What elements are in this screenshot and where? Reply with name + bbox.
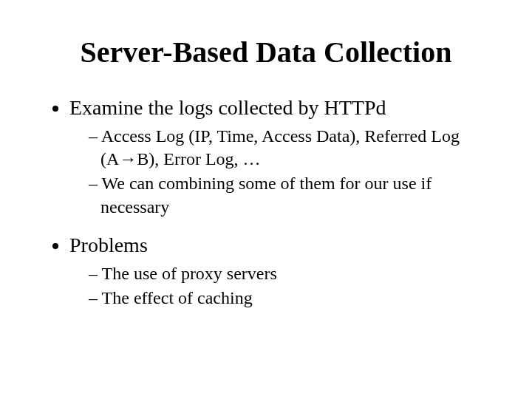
sub-bullet-item: The use of proxy servers	[89, 262, 488, 285]
slide-title: Server-Based Data Collection	[44, 35, 488, 69]
bullet-text: Problems	[69, 233, 148, 256]
sub-bullet-item: The effect of caching	[89, 287, 488, 310]
sub-bullet-item: We can combining some of them for our us…	[89, 172, 488, 218]
bullet-item: Problems The use of proxy servers The ef…	[69, 232, 488, 310]
sub-bullet-list: Access Log (IP, Time, Access Data), Refe…	[69, 125, 488, 219]
slide: Server-Based Data Collection Examine the…	[0, 0, 532, 399]
sub-bullet-list: The use of proxy servers The effect of c…	[69, 262, 488, 310]
bullet-text: Examine the logs collected by HTTPd	[69, 96, 386, 119]
sub-bullet-item: Access Log (IP, Time, Access Data), Refe…	[89, 125, 488, 171]
bullet-list: Examine the logs collected by HTTPd Acce…	[44, 95, 488, 310]
bullet-item: Examine the logs collected by HTTPd Acce…	[69, 95, 488, 219]
